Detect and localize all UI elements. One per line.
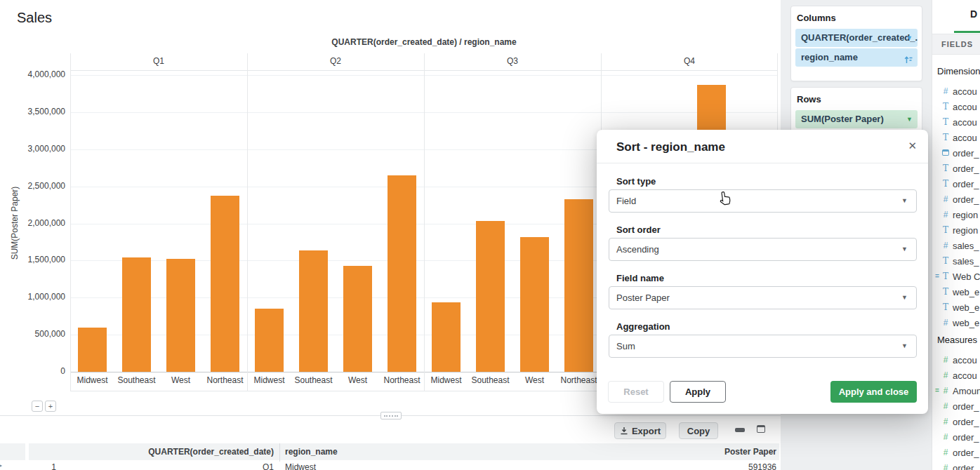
field-item-order_[interactable]: #order_ [932,430,980,445]
y-tick-label: 500,000 [9,329,65,339]
cell-value[interactable]: 591936 [562,462,776,470]
apply-and-close-button[interactable]: Apply and close [830,381,917,403]
field-label: accou [953,86,977,97]
region-label: Southeast [468,375,512,385]
field-item-order_[interactable]: Torder_ [932,161,980,177]
field-label: region [953,210,978,220]
bar-Q1-Midwest[interactable] [78,328,107,372]
pill-quarter-order-created-date[interactable]: QUARTER(order_created_... ▼ [795,29,918,47]
calculated-field-icon: = [935,387,939,394]
field-label: order_ [953,163,979,174]
aggregation-select[interactable]: Sum ▼ [609,335,917,358]
field-item-web_e[interactable]: Tweb_e [932,300,980,316]
zoom-in-button[interactable]: + [45,401,56,412]
panel-resize-handle[interactable] [380,412,402,419]
bar-Q2-West[interactable] [343,266,372,372]
field-item-order_[interactable]: #order_ [932,445,980,461]
pill-region-name[interactable]: region_name [795,48,918,67]
number-field-icon: # [941,370,950,380]
field-item-order_[interactable]: #order_ [932,192,980,208]
bar-Q3-West[interactable] [520,237,549,372]
field-name-select[interactable]: Poster Paper ▼ [609,286,917,309]
table-header-quarter[interactable]: QUARTER(order_created_date) [42,447,274,457]
chevron-down-icon[interactable]: ▼ [906,110,913,128]
table-header-value[interactable]: Poster Paper [562,447,776,457]
maximize-panel-icon[interactable] [757,425,765,433]
tab-data[interactable]: D [970,8,977,20]
field-item-order_[interactable]: Torder_ [932,177,980,192]
cell-quarter[interactable]: Q1 [42,462,274,470]
text-field-icon: T [941,133,950,142]
text-field-icon: T [941,225,950,235]
field-label: order_ [953,463,979,470]
table-header-row: QUARTER(order_created_date) region_name … [29,443,779,460]
row-expander-icon[interactable]: ▸ [0,462,2,469]
copy-label: Copy [687,426,710,436]
field-item-accou[interactable]: Taccou [932,115,980,130]
text-field-icon: T [941,117,950,127]
field-item-region[interactable]: #region [932,208,980,223]
panel-divider [424,53,425,391]
bar-Q1-Northeast[interactable] [211,196,239,372]
text-field-icon: T [941,179,950,189]
field-item-accou[interactable]: Taccou [932,100,980,115]
field-label: accou [953,355,977,365]
region-label: Midwest [247,375,291,385]
reset-button[interactable]: Reset [608,381,664,403]
field-item-accou[interactable]: Taccou [932,130,980,146]
field-item-accou[interactable]: #accou [932,84,980,100]
app-window: Sales QUARTER(order_created_date) / regi… [0,0,980,470]
field-item-region[interactable]: Tregion [932,223,980,239]
number-field-icon: # [941,241,950,250]
y-tick-label: 3,500,000 [9,107,65,116]
y-tick-label: 0 [9,366,65,376]
aggregation-value: Sum [616,341,635,351]
table-header-region[interactable]: region_name [285,447,338,457]
zoom-out-button[interactable]: − [32,401,43,412]
field-item-web-c[interactable]: =TWeb C [932,269,980,285]
number-field-icon: # [941,417,950,427]
apply-button[interactable]: Apply [670,381,726,403]
bar-Q2-Northeast[interactable] [388,175,416,372]
bar-Q3-Southeast[interactable] [476,221,505,372]
bar-Q1-West[interactable] [166,259,195,372]
number-field-icon: # [941,86,950,96]
chevron-down-icon: ▼ [901,287,908,309]
copy-button[interactable]: Copy [679,422,718,439]
bar-Q1-Southeast[interactable] [122,257,151,372]
field-item-sales_[interactable]: Tsales_ [932,254,980,269]
cell-region[interactable]: Midwest [285,462,316,470]
sort-order-select[interactable]: Ascending ▼ [609,238,917,261]
export-button[interactable]: Export [614,422,666,439]
pill-sum-poster-paper[interactable]: SUM(Poster Paper) ▼ [795,110,918,128]
field-item-web_e[interactable]: #web_e [932,316,980,331]
field-item-accou[interactable]: #accou [932,353,980,368]
bar-Q3-Midwest[interactable] [432,302,461,372]
field-item-order_[interactable]: order_ [932,146,980,161]
chevron-down-icon[interactable]: ▼ [906,29,913,47]
sort-type-select[interactable]: Field ▼ [609,189,917,213]
field-item-web_e[interactable]: Tweb_e [932,285,980,300]
number-field-icon: # [941,401,950,411]
minimize-panel-icon[interactable] [735,428,745,432]
close-icon[interactable]: ✕ [908,140,917,152]
sort-ascending-icon[interactable] [903,53,913,67]
bar-Q2-Southeast[interactable] [299,250,328,372]
field-label: sales_ [953,241,979,251]
field-item-amoun[interactable]: =#Amoun [932,384,980,399]
field-item-order_[interactable]: #order_ [932,399,980,415]
y-tick-label: 2,000,000 [9,218,65,228]
table-row[interactable]: ▸ 1 Q1 Midwest 591936 [0,462,779,470]
bar-Q3-Northeast[interactable] [564,199,593,372]
quarter-label: Q2 [247,56,424,66]
field-label: accou [953,133,977,143]
y-tick-label: 3,000,000 [9,144,65,154]
field-item-order_[interactable]: #order_ [932,415,980,430]
field-item-accou[interactable]: #accou [932,368,980,384]
field-label: accou [953,370,977,381]
field-item-sales_[interactable]: #sales_ [932,239,980,254]
field-item-order_[interactable]: #order_ [932,461,980,470]
panel-divider [247,53,248,391]
drag-dots-icon [384,415,398,417]
bar-Q2-Midwest[interactable] [255,309,284,372]
